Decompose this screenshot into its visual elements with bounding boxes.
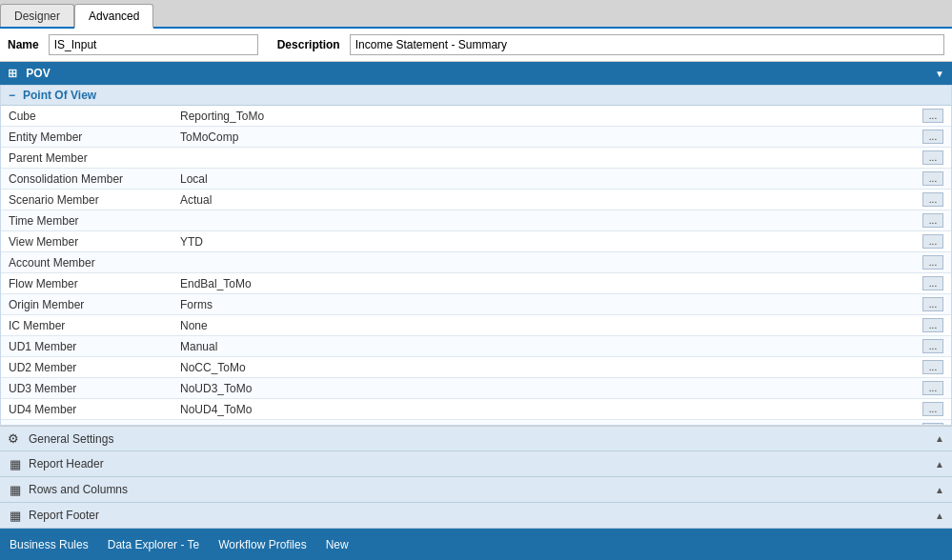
ellipsis-cell[interactable]: ...	[915, 294, 951, 315]
bottom-sections: ⚙ General Settings ▲ ▦ Report Header ▲ ▦…	[0, 426, 952, 529]
section-left: ▦ Report Header	[8, 456, 104, 471]
tab-advanced[interactable]: Advanced	[74, 4, 153, 29]
collapse-arrow: ▲	[935, 510, 944, 521]
ellipsis-button[interactable]: ...	[922, 130, 943, 144]
section-general-settings[interactable]: ⚙ General Settings ▲	[0, 427, 952, 451]
table-row: UD4 Member NoUD4_ToMo ...	[1, 399, 951, 420]
description-input[interactable]	[350, 34, 944, 55]
pov-table: Cube Reporting_ToMo ... Entity Member To…	[1, 106, 951, 426]
collapse-icon[interactable]: −	[9, 89, 15, 102]
ellipsis-button[interactable]: ...	[922, 360, 943, 374]
table-row: Parent Member ...	[1, 148, 951, 169]
ellipsis-cell[interactable]: ...	[915, 273, 951, 294]
ellipsis-cell[interactable]: ...	[915, 148, 951, 169]
pov-section-header[interactable]: ⊞ POV ▼	[0, 62, 952, 85]
field-label: IC Member	[1, 315, 172, 336]
field-label: UD1 Member	[1, 336, 172, 357]
ellipsis-cell[interactable]: ...	[915, 169, 951, 190]
ellipsis-button[interactable]: ...	[922, 171, 943, 186]
point-of-view-subheader: − Point Of View	[1, 86, 951, 106]
field-label: UD2 Member	[1, 357, 172, 378]
ellipsis-cell[interactable]: ...	[915, 252, 951, 273]
gear-icon: ⚙	[8, 431, 19, 446]
field-value: Local	[172, 169, 915, 190]
name-desc-row: Name Description	[0, 29, 952, 62]
field-value	[172, 148, 915, 169]
footer-link[interactable]: Business Rules	[10, 538, 89, 551]
field-label: Origin Member	[1, 294, 172, 315]
ellipsis-button[interactable]: ...	[922, 109, 943, 123]
ellipsis-cell[interactable]: ...	[915, 399, 951, 420]
table-row: View Member YTD ...	[1, 231, 951, 252]
grid-icon: ▦	[8, 508, 23, 523]
field-label: UD3 Member	[1, 378, 172, 399]
pov-area: − Point Of View Cube Reporting_ToMo ... …	[0, 85, 952, 426]
section-left: ▦ Rows and Columns	[8, 482, 128, 497]
field-label: Flow Member	[1, 273, 172, 294]
ellipsis-cell[interactable]: ...	[915, 378, 951, 399]
ellipsis-cell[interactable]: ...	[915, 106, 951, 127]
section-label: Report Footer	[29, 509, 99, 522]
section-report-header[interactable]: ▦ Report Header ▲	[0, 451, 952, 477]
table-row: Account Member ...	[1, 252, 951, 273]
grid-icon: ▦	[8, 482, 23, 497]
ellipsis-cell[interactable]: ...	[915, 231, 951, 252]
point-of-view-label: Point Of View	[23, 89, 96, 102]
pov-table-container[interactable]: − Point Of View Cube Reporting_ToMo ... …	[0, 85, 952, 426]
tab-designer[interactable]: Designer	[0, 4, 74, 27]
ellipsis-button[interactable]: ...	[922, 192, 943, 207]
ellipsis-button[interactable]: ...	[922, 150, 943, 165]
table-row: UD1 Member Manual ...	[1, 336, 951, 357]
field-label: View Member	[1, 231, 172, 252]
name-input[interactable]	[49, 34, 258, 55]
table-row: Origin Member Forms ...	[1, 294, 951, 315]
table-row: Consolidation Member Local ...	[1, 169, 951, 190]
ellipsis-cell[interactable]: ...	[915, 336, 951, 357]
field-value: NoCC_ToMo	[172, 357, 915, 378]
ellipsis-cell[interactable]: ...	[915, 210, 951, 231]
field-label: UD4 Member	[1, 399, 172, 420]
ellipsis-cell[interactable]: ...	[915, 315, 951, 336]
table-row: Scenario Member Actual ...	[1, 190, 951, 210]
pov-section-title: ⊞ POV	[8, 67, 51, 80]
ellipsis-button[interactable]: ...	[922, 234, 943, 249]
pov-expand-icon: ▼	[935, 69, 944, 79]
table-row: Cube Reporting_ToMo ...	[1, 106, 951, 127]
ellipsis-button[interactable]: ...	[922, 402, 943, 416]
table-row: UD2 Member NoCC_ToMo ...	[1, 357, 951, 378]
ellipsis-button[interactable]: ...	[922, 213, 943, 228]
ellipsis-cell[interactable]: ...	[915, 127, 951, 148]
ellipsis-button[interactable]: ...	[922, 297, 943, 311]
field-label: Parent Member	[1, 148, 172, 169]
collapse-arrow: ▲	[935, 485, 944, 495]
field-value: Forms	[172, 294, 915, 315]
section-label: General Settings	[29, 432, 113, 446]
ellipsis-button[interactable]: ...	[922, 255, 943, 270]
description-label: Description	[277, 38, 340, 51]
field-label: Cube	[1, 106, 172, 127]
ellipsis-cell[interactable]: ...	[915, 357, 951, 378]
field-value: YTD	[172, 231, 915, 252]
footer-bar: Business RulesData Explorer - TeWorkflow…	[0, 529, 952, 560]
table-row: UD3 Member NoUD3_ToMo ...	[1, 378, 951, 399]
field-label: Account Member	[1, 252, 172, 273]
section-left: ⚙ General Settings	[8, 431, 113, 446]
field-value: Actual	[172, 190, 915, 210]
ellipsis-button[interactable]: ...	[922, 318, 943, 332]
field-value	[172, 210, 915, 231]
section-rows-and-columns[interactable]: ▦ Rows and Columns ▲	[0, 477, 952, 503]
section-report-footer[interactable]: ▦ Report Footer ▲	[0, 503, 952, 529]
footer-link[interactable]: New	[326, 538, 349, 551]
ellipsis-button[interactable]: ...	[922, 381, 943, 395]
ellipsis-button[interactable]: ...	[922, 339, 943, 353]
grid-icon: ⊞	[8, 67, 17, 80]
ellipsis-cell[interactable]: ...	[915, 190, 951, 210]
field-value: NoUD4_ToMo	[172, 399, 915, 420]
ellipsis-button[interactable]: ...	[922, 276, 943, 290]
tab-bar: Designer Advanced	[0, 0, 952, 29]
footer-link[interactable]: Data Explorer - Te	[108, 538, 200, 551]
collapse-arrow: ▲	[935, 459, 944, 470]
footer-link[interactable]: Workflow Profiles	[218, 538, 306, 551]
section-label: Report Header	[29, 457, 104, 470]
field-value: ToMoComp	[172, 127, 915, 148]
